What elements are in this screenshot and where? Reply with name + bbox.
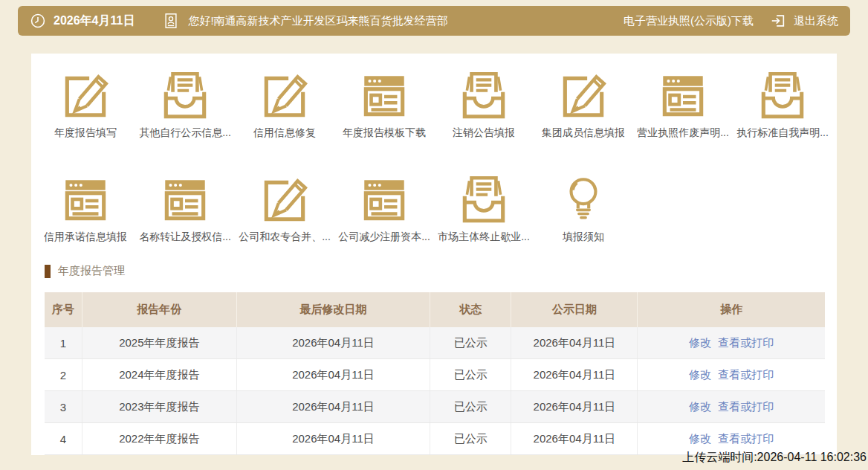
feature-grid-row-1: 年度报告填写 其他自行公示信息... 信用信息修复 年度报告模板下载 注销公告填… bbox=[36, 68, 832, 158]
bulb-icon bbox=[556, 173, 611, 228]
table-row: 1 2025年年度报告 2026年04月11日 已公示 2026年04月11日 … bbox=[45, 327, 825, 359]
inbox-icon bbox=[755, 68, 810, 123]
form-icon bbox=[357, 68, 412, 123]
view-print-link[interactable]: 查看或打印 bbox=[718, 432, 774, 445]
cell-report-year: 2023年年度报告 bbox=[82, 391, 236, 423]
cell-publish-date: 2026年04月11日 bbox=[511, 359, 638, 391]
current-date: 2026年4月11日 bbox=[54, 13, 135, 29]
cell-status: 已公示 bbox=[430, 423, 511, 455]
feature-name-transfer-authorization[interactable]: 名称转让及授权信... bbox=[135, 173, 235, 262]
edit-icon bbox=[257, 173, 312, 228]
form-icon bbox=[655, 68, 710, 123]
cell-modified-date: 2026年04月11日 bbox=[236, 391, 430, 423]
cell-modified-date: 2026年04月11日 bbox=[236, 423, 430, 455]
feature-grid-row-2: 信用承诺信息填报 名称转让及授权信... 公司和农专合并、... 公司减少注册资… bbox=[36, 173, 633, 262]
feature-credit-commitment[interactable]: 信用承诺信息填报 bbox=[36, 173, 135, 262]
edit-link[interactable]: 修改 bbox=[689, 336, 711, 349]
feature-label: 年度报告填写 bbox=[54, 126, 117, 140]
feature-template-download[interactable]: 年度报告模板下载 bbox=[334, 68, 434, 158]
feature-label: 公司减少注册资本... bbox=[338, 231, 430, 244]
edit-icon bbox=[556, 68, 611, 123]
feature-license-void-declaration[interactable]: 营业执照作废声明... bbox=[633, 68, 733, 158]
cell-status: 已公示 bbox=[430, 327, 511, 359]
cell-report-year: 2025年年度报告 bbox=[82, 327, 236, 359]
feature-business-suspension[interactable]: 市场主体终止歇业... bbox=[434, 173, 534, 262]
date-group: 2026年4月11日 bbox=[30, 13, 135, 29]
view-print-link[interactable]: 查看或打印 bbox=[718, 368, 774, 381]
feature-label: 注销公告填报 bbox=[453, 126, 515, 140]
logout-link[interactable]: 退出系统 bbox=[794, 14, 838, 28]
feature-label: 年度报告模板下载 bbox=[343, 126, 426, 140]
col-seq: 序号 bbox=[45, 292, 82, 327]
feature-company-merge[interactable]: 公司和农专合并、... bbox=[235, 173, 334, 262]
edit-link[interactable]: 修改 bbox=[689, 432, 711, 445]
cell-report-year: 2024年年度报告 bbox=[82, 359, 236, 391]
user-greeting: 您好!南通高新技术产业开发区玛来熊百货批发经营部 bbox=[188, 14, 447, 28]
col-publish-date: 公示日期 bbox=[511, 292, 638, 327]
inbox-icon bbox=[456, 173, 511, 228]
feature-label: 执行标准自我声明... bbox=[736, 126, 829, 140]
form-icon bbox=[158, 173, 213, 228]
cell-report-year: 2022年年度报告 bbox=[82, 423, 236, 455]
section-title: 年度报告管理 bbox=[58, 264, 125, 278]
inbox-icon bbox=[456, 68, 511, 123]
clock-icon bbox=[30, 13, 46, 29]
section-header: 年度报告管理 bbox=[45, 264, 125, 278]
feature-label: 填报须知 bbox=[563, 231, 604, 244]
feature-cancellation-notice[interactable]: 注销公告填报 bbox=[434, 68, 534, 158]
col-modified-date: 最后修改日期 bbox=[236, 292, 430, 327]
feature-label: 集团成员信息填报 bbox=[542, 126, 625, 140]
col-actions: 操作 bbox=[638, 292, 825, 327]
cell-actions: 修改查看或打印 bbox=[638, 359, 825, 391]
license-download-link[interactable]: 电子营业执照(公示版)下载 bbox=[624, 14, 754, 28]
logout-icon[interactable] bbox=[770, 13, 786, 29]
table-row: 3 2023年年度报告 2026年04月11日 已公示 2026年04月11日 … bbox=[45, 391, 825, 423]
cell-publish-date: 2026年04月11日 bbox=[511, 423, 638, 455]
view-print-link[interactable]: 查看或打印 bbox=[718, 336, 774, 349]
main-card: 年度报告填写 其他自行公示信息... 信用信息修复 年度报告模板下载 注销公告填… bbox=[31, 54, 837, 455]
feature-group-member-info[interactable]: 集团成员信息填报 bbox=[534, 68, 633, 158]
feature-label: 营业执照作废声明... bbox=[637, 126, 729, 140]
feature-annual-report-fill[interactable]: 年度报告填写 bbox=[36, 68, 135, 158]
feature-capital-reduction[interactable]: 公司减少注册资本... bbox=[334, 173, 434, 262]
feature-standard-self-declaration[interactable]: 执行标准自我声明... bbox=[733, 68, 832, 158]
cell-publish-date: 2026年04月11日 bbox=[511, 327, 638, 359]
user-badge-icon bbox=[163, 13, 179, 29]
feature-other-publicity-info[interactable]: 其他自行公示信息... bbox=[135, 68, 235, 158]
topbar-actions: 电子营业执照(公示版)下载 退出系统 bbox=[624, 13, 838, 29]
cell-actions: 修改查看或打印 bbox=[638, 327, 825, 359]
feature-label: 公司和农专合并、... bbox=[239, 231, 331, 244]
cell-seq: 1 bbox=[45, 327, 82, 359]
cell-publish-date: 2026年04月11日 bbox=[511, 391, 638, 423]
feature-label: 其他自行公示信息... bbox=[139, 126, 231, 140]
table-row: 2 2024年年度报告 2026年04月11日 已公示 2026年04月11日 … bbox=[45, 359, 825, 391]
edit-link[interactable]: 修改 bbox=[689, 400, 711, 413]
cell-actions: 修改查看或打印 bbox=[638, 391, 825, 423]
inbox-icon bbox=[158, 68, 213, 123]
feature-credit-repair[interactable]: 信用信息修复 bbox=[235, 68, 334, 158]
cell-modified-date: 2026年04月11日 bbox=[236, 327, 430, 359]
user-group: 您好!南通高新技术产业开发区玛来熊百货批发经营部 bbox=[163, 13, 447, 29]
cell-modified-date: 2026年04月11日 bbox=[236, 359, 430, 391]
section-bar-decoration bbox=[45, 265, 51, 278]
feature-filing-instructions[interactable]: 填报须知 bbox=[534, 173, 633, 262]
cell-status: 已公示 bbox=[430, 391, 511, 423]
edit-icon bbox=[257, 68, 312, 123]
edit-link[interactable]: 修改 bbox=[689, 368, 711, 381]
form-icon bbox=[58, 173, 113, 228]
feature-label: 信用承诺信息填报 bbox=[44, 231, 127, 244]
cell-status: 已公示 bbox=[430, 359, 511, 391]
table-header-row: 序号 报告年份 最后修改日期 状态 公示日期 操作 bbox=[45, 292, 825, 327]
feature-label: 信用信息修复 bbox=[253, 126, 316, 140]
form-icon bbox=[357, 173, 412, 228]
cell-seq: 3 bbox=[45, 391, 82, 423]
col-status: 状态 bbox=[430, 292, 511, 327]
cell-seq: 2 bbox=[45, 359, 82, 391]
feature-label: 市场主体终止歇业... bbox=[438, 231, 530, 244]
top-bar: 2026年4月11日 您好!南通高新技术产业开发区玛来熊百货批发经营部 电子营业… bbox=[18, 6, 850, 36]
upload-time-text: 上传云端时间:2026-04-11 16:02:36 bbox=[682, 450, 867, 466]
cell-seq: 4 bbox=[45, 423, 82, 455]
feature-label: 名称转让及授权信... bbox=[139, 231, 231, 244]
edit-icon bbox=[58, 68, 113, 123]
view-print-link[interactable]: 查看或打印 bbox=[718, 400, 774, 413]
